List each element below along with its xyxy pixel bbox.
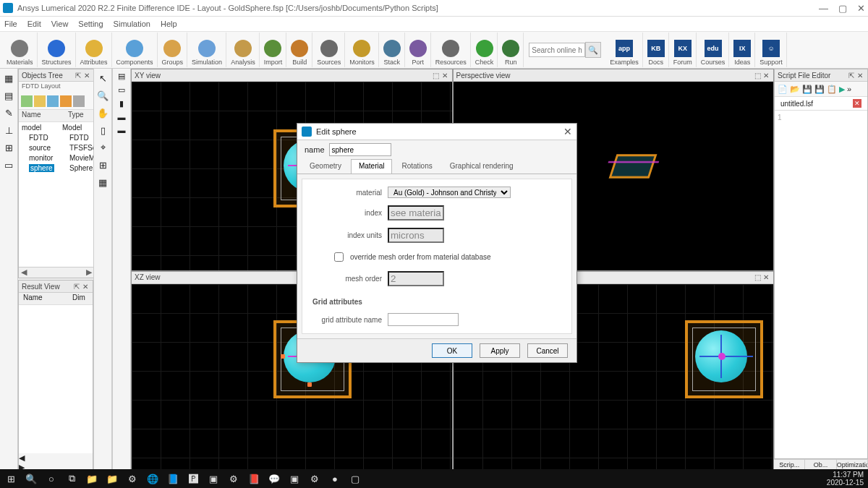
col-name[interactable]: Name bbox=[19, 110, 65, 121]
tree-row-source[interactable]: sourceTFSFSourc bbox=[19, 142, 94, 153]
mid-tool-6[interactable]: ▦ bbox=[96, 176, 109, 189]
close-view-icon[interactable]: ✕ bbox=[441, 72, 449, 80]
ribbon-run[interactable]: Run bbox=[498, 33, 524, 67]
material-select[interactable]: Au (Gold) - Johnson and Christy bbox=[388, 187, 511, 198]
dialog-tab-rotations[interactable]: Rotations bbox=[393, 159, 440, 174]
dialog-close-icon[interactable]: ✕ bbox=[563, 126, 572, 137]
ribbon-structures[interactable]: Structures bbox=[38, 33, 76, 67]
taskbar-icon-16[interactable]: ● bbox=[328, 472, 341, 485]
dialog-tab-material[interactable]: Material bbox=[351, 159, 393, 174]
dialog-name-input[interactable] bbox=[329, 143, 391, 156]
top-tool-3[interactable]: ⊥ bbox=[2, 124, 15, 137]
pin-icon[interactable]: ⇱ bbox=[72, 283, 81, 291]
apply-button[interactable]: Apply bbox=[480, 343, 520, 358]
bot-tool-0[interactable]: ▤ bbox=[118, 72, 125, 81]
taskbar-icon-8[interactable]: 📘 bbox=[166, 472, 179, 485]
close-button[interactable]: ✕ bbox=[857, 3, 865, 14]
help-forum[interactable]: KXForum bbox=[670, 33, 697, 67]
taskbar-icon-10[interactable]: ▣ bbox=[207, 472, 220, 485]
tree-tool-icon[interactable] bbox=[34, 95, 46, 107]
run-icon[interactable]: ▶ bbox=[839, 85, 845, 94]
dialog-tab-graphical-rendering[interactable]: Graphical rendering bbox=[442, 159, 522, 174]
top-tool-4[interactable]: ⊞ bbox=[2, 141, 15, 154]
taskbar-icon-17[interactable]: ▢ bbox=[349, 472, 362, 485]
close-panel-icon[interactable]: ✕ bbox=[856, 72, 864, 80]
copy-icon[interactable]: 📋 bbox=[827, 85, 837, 94]
close-view-icon[interactable]: ✕ bbox=[762, 72, 770, 80]
top-tool-0[interactable]: ▦ bbox=[2, 72, 15, 85]
ribbon-groups[interactable]: Groups bbox=[158, 33, 188, 67]
ok-button[interactable]: OK bbox=[432, 343, 472, 358]
close-tab-icon[interactable]: ✕ bbox=[853, 99, 861, 108]
ribbon-import[interactable]: Import bbox=[260, 33, 287, 67]
mid-tool-4[interactable]: ⌖ bbox=[96, 141, 109, 154]
search-button[interactable]: 🔍 bbox=[585, 42, 601, 58]
ribbon-analysis[interactable]: Analysis bbox=[227, 33, 260, 67]
tree-row-sphere[interactable]: sphereSphere bbox=[19, 163, 94, 173]
ribbon-materials[interactable]: Materials bbox=[3, 33, 38, 67]
tree-row-model[interactable]: modelModel bbox=[19, 122, 94, 132]
mid-tool-5[interactable]: ⊞ bbox=[96, 158, 109, 171]
ribbon-build[interactable]: Build bbox=[287, 33, 312, 67]
tree-row-monitor[interactable]: monitorMovieMon bbox=[19, 153, 94, 163]
taskbar-date[interactable]: 2020-12-15 bbox=[827, 479, 864, 487]
script-editor-body[interactable]: 1 bbox=[775, 111, 867, 458]
new-file-icon[interactable]: 📄 bbox=[778, 85, 788, 94]
result-col-name[interactable]: Name bbox=[19, 293, 68, 304]
top-tool-5[interactable]: ▭ bbox=[2, 158, 15, 171]
pin-icon[interactable]: ⇱ bbox=[847, 72, 856, 80]
ribbon-resources[interactable]: Resources bbox=[432, 33, 471, 67]
scroll-right-icon[interactable]: ▶ bbox=[84, 267, 94, 278]
close-panel-icon[interactable]: ✕ bbox=[82, 72, 91, 80]
close-panel-icon[interactable]: ✕ bbox=[81, 283, 90, 291]
float-icon[interactable]: ⬚ bbox=[753, 273, 762, 281]
taskbar-icon-11[interactable]: ⚙ bbox=[227, 472, 240, 485]
mid-tool-0[interactable]: ↖ bbox=[96, 72, 109, 85]
ribbon-simulation[interactable]: Simulation bbox=[188, 33, 226, 67]
grid-attr-input[interactable] bbox=[388, 313, 459, 326]
pin-icon[interactable]: ⇱ bbox=[74, 72, 82, 80]
menu-setting[interactable]: Setting bbox=[78, 20, 103, 28]
close-view-icon[interactable]: ✕ bbox=[762, 273, 770, 281]
menu-view[interactable]: View bbox=[51, 20, 69, 28]
ribbon-monitors[interactable]: Monitors bbox=[346, 33, 379, 67]
search-input[interactable] bbox=[529, 43, 585, 57]
taskbar-icon-13[interactable]: 💬 bbox=[268, 472, 281, 485]
taskbar-icon-4[interactable]: 📁 bbox=[85, 472, 98, 485]
ribbon-check[interactable]: Check bbox=[472, 33, 498, 67]
tree-tool-icon[interactable] bbox=[21, 95, 33, 107]
ribbon-stack[interactable]: Stack bbox=[380, 33, 405, 67]
mid-tool-1[interactable]: 🔍 bbox=[96, 89, 109, 102]
minimize-button[interactable]: — bbox=[819, 3, 828, 14]
taskbar-icon-15[interactable]: ⚙ bbox=[308, 472, 321, 485]
help-courses[interactable]: eduCourses bbox=[697, 33, 730, 67]
dialog-tab-geometry[interactable]: Geometry bbox=[302, 159, 349, 174]
result-col-dim[interactable]: Dim bbox=[68, 293, 90, 304]
taskbar-icon-1[interactable]: 🔍 bbox=[25, 472, 38, 485]
bot-tool-4[interactable]: ▬ bbox=[118, 126, 126, 134]
save-icon[interactable]: 💾 bbox=[802, 85, 812, 94]
ribbon-sources[interactable]: Sources bbox=[313, 33, 345, 67]
save-all-icon[interactable]: 💾 bbox=[814, 85, 825, 94]
top-tool-1[interactable]: ▤ bbox=[2, 89, 15, 102]
open-file-icon[interactable]: 📂 bbox=[790, 85, 800, 94]
tree-tool-icon[interactable] bbox=[73, 95, 85, 107]
taskbar-icon-7[interactable]: 🌐 bbox=[146, 472, 159, 485]
mid-tool-2[interactable]: ✋ bbox=[96, 106, 109, 119]
menu-file[interactable]: File bbox=[4, 20, 17, 28]
bot-tool-2[interactable]: ▮ bbox=[119, 99, 124, 108]
float-icon[interactable]: ⬚ bbox=[432, 72, 441, 80]
tree-tool-icon[interactable] bbox=[60, 95, 72, 107]
help-examples[interactable]: appExamples bbox=[606, 33, 643, 67]
help-ideas[interactable]: IXIdeas bbox=[730, 33, 755, 67]
taskbar-icon-6[interactable]: ⚙ bbox=[126, 472, 139, 485]
taskbar-icon-2[interactable]: ○ bbox=[45, 472, 58, 485]
top-tool-2[interactable]: ✎ bbox=[2, 106, 15, 119]
more-icon[interactable]: » bbox=[847, 85, 851, 93]
override-mesh-checkbox[interactable] bbox=[334, 252, 344, 262]
script-tab[interactable]: untitled.lsf ✕ bbox=[775, 97, 867, 111]
help-support[interactable]: ☺Support bbox=[756, 33, 787, 67]
taskbar-icon-9[interactable]: 🅿 bbox=[187, 472, 200, 485]
menu-edit[interactable]: Edit bbox=[27, 20, 41, 28]
taskbar-icon-0[interactable]: ⊞ bbox=[4, 472, 17, 485]
